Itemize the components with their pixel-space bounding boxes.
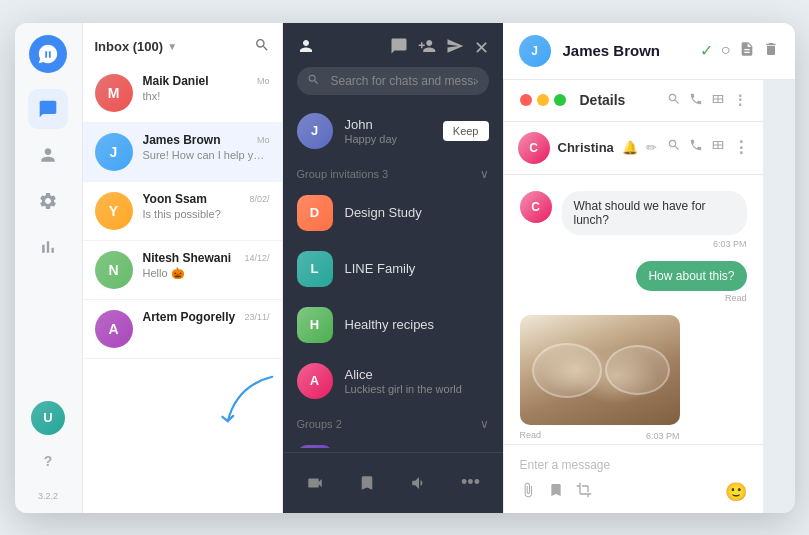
chat-info-yoon: Yoon Ssam 8/02/ Is this possible? bbox=[143, 192, 270, 220]
contact-item-yoga-club[interactable]: Y Yoga club bbox=[283, 435, 503, 448]
version-label: 3.2.2 bbox=[38, 491, 58, 501]
contact-avatar-john: J bbox=[297, 113, 333, 149]
trash-icon[interactable] bbox=[763, 41, 779, 61]
main-header: J James Brown ✓ ○ bbox=[503, 23, 795, 80]
volume-icon[interactable] bbox=[401, 465, 437, 501]
details-header: Details bbox=[504, 80, 763, 122]
attachment-icon[interactable] bbox=[520, 482, 536, 502]
details-phone-icon[interactable] bbox=[689, 92, 703, 109]
message-content-image: Read 6:03 PM bbox=[520, 315, 680, 441]
contacts-search-input[interactable] bbox=[297, 67, 489, 95]
msg-time-1: 6:03 PM bbox=[562, 239, 747, 249]
msg-avatar-christina: C bbox=[520, 191, 552, 223]
crop-icon[interactable] bbox=[576, 482, 592, 502]
groups-chevron-icon[interactable]: ∨ bbox=[480, 417, 489, 431]
chat-avatar-james: J bbox=[95, 133, 133, 171]
panel-close-icon[interactable]: ✕ bbox=[474, 37, 489, 59]
image-meta: Read 6:03 PM bbox=[520, 427, 680, 441]
message-row-received-1: C What should we have for lunch? 6:03 PM bbox=[520, 191, 747, 249]
contact-item-john[interactable]: J John Happy day Keep bbox=[283, 103, 503, 159]
app-container: U ? 3.2.2 Inbox (100) ▼ M Maik Daniel bbox=[15, 23, 795, 513]
chat-messages: C What should we have for lunch? 6:03 PM bbox=[504, 175, 763, 444]
details-header-icons: ⋮ bbox=[667, 138, 749, 157]
bookmark-input-icon[interactable] bbox=[548, 482, 564, 502]
emoji-button[interactable]: 🙂 bbox=[725, 481, 747, 503]
details-title: Details bbox=[580, 92, 626, 108]
window-buttons bbox=[520, 94, 566, 106]
search-icon bbox=[307, 73, 320, 89]
bookmark-icon[interactable] bbox=[349, 465, 385, 501]
maximize-window-btn[interactable] bbox=[554, 94, 566, 106]
check-icon: ✓ bbox=[700, 41, 713, 61]
plate-1 bbox=[532, 343, 602, 398]
minimize-window-btn[interactable] bbox=[537, 94, 549, 106]
user-avatar[interactable]: U bbox=[31, 401, 65, 435]
message-bubble-1: What should we have for lunch? bbox=[562, 191, 747, 235]
search-button[interactable] bbox=[254, 37, 270, 56]
contacts-search-wrapper: › bbox=[297, 67, 489, 95]
inbox-label: Inbox (100) ▼ bbox=[95, 39, 178, 54]
right-section: J James Brown ✓ ○ bbox=[503, 23, 795, 513]
chat-nav-icon[interactable] bbox=[28, 89, 68, 129]
group-chevron-icon[interactable]: ∨ bbox=[480, 167, 489, 181]
stats-nav-icon[interactable] bbox=[28, 227, 68, 267]
icon-bar-bottom: U ? 3.2.2 bbox=[28, 401, 68, 501]
message-row-image: Read 6:03 PM bbox=[520, 315, 747, 441]
chat-item-maik[interactable]: M Maik Daniel Mo thx! bbox=[83, 64, 282, 123]
contact-avatar-healthy: H bbox=[297, 307, 333, 343]
contact-item-design-study[interactable]: D Design Study bbox=[283, 185, 503, 241]
main-header-left: J James Brown bbox=[519, 35, 661, 67]
settings-nav-icon[interactable] bbox=[28, 181, 68, 221]
detail-phone-icon[interactable] bbox=[689, 138, 703, 157]
contact-info-alice: Alice Luckiest girl in the world bbox=[345, 367, 462, 395]
help-icon[interactable]: ? bbox=[28, 441, 68, 481]
plate-2 bbox=[605, 345, 670, 395]
details-panel: Details bbox=[503, 80, 763, 513]
contacts-panel: ✕ › J John Happy day Keep bbox=[283, 23, 503, 513]
contacts-nav-icon[interactable] bbox=[28, 135, 68, 175]
group-invitations-header: Group invitations 3 ∨ bbox=[283, 159, 503, 185]
christina-header: C Christina 🔔 ✏ bbox=[504, 122, 763, 175]
more-options-icon[interactable]: ••• bbox=[453, 465, 489, 501]
chat-item-nitesh[interactable]: N Nitesh Shewani 14/12/ Hello 🎃 bbox=[83, 241, 282, 300]
details-layout-icon[interactable] bbox=[711, 92, 725, 109]
message-content-1: What should we have for lunch? 6:03 PM bbox=[562, 191, 747, 249]
chat-item-yoon[interactable]: Y Yoon Ssam 8/02/ Is this possible? bbox=[83, 182, 282, 241]
contact-item-alice[interactable]: A Alice Luckiest girl in the world bbox=[283, 353, 503, 409]
chat-input-actions: 🙂 bbox=[520, 481, 747, 503]
dark-nav-bottom: ••• bbox=[283, 452, 503, 513]
james-brown-name: James Brown bbox=[563, 42, 661, 59]
chat-info-maik: Maik Daniel Mo thx! bbox=[143, 74, 270, 102]
contact-info-healthy: Healthy recipes bbox=[345, 317, 435, 332]
detail-layout-icon[interactable] bbox=[711, 138, 725, 157]
chat-info-nitesh: Nitesh Shewani 14/12/ Hello 🎃 bbox=[143, 251, 270, 280]
keep-button[interactable]: Keep bbox=[443, 121, 489, 141]
contact-avatar-design: D bbox=[297, 195, 333, 231]
chevron-down-icon: ▼ bbox=[167, 41, 177, 52]
contact-item-line-family[interactable]: L LINE Family bbox=[283, 241, 503, 297]
chat-avatar-nitesh: N bbox=[95, 251, 133, 289]
panel-chat-icon[interactable] bbox=[390, 37, 408, 59]
details-search-icon[interactable] bbox=[667, 92, 681, 109]
contacts-panel-user-icon[interactable] bbox=[297, 37, 315, 58]
chat-info-artem: Artem Pogorelly 23/11/ bbox=[143, 310, 270, 326]
contact-info-design: Design Study bbox=[345, 205, 422, 220]
detail-search-icon[interactable] bbox=[667, 138, 681, 157]
message-input[interactable] bbox=[520, 458, 747, 472]
panel-send-icon[interactable] bbox=[446, 37, 464, 59]
chat-item-artem[interactable]: A Artem Pogorelly 23/11/ bbox=[83, 300, 282, 359]
notification-bell-icon: 🔔 bbox=[622, 140, 638, 155]
detail-more-icon[interactable]: ⋮ bbox=[733, 138, 749, 157]
edit-icon[interactable]: ✏ bbox=[646, 140, 657, 155]
close-window-btn[interactable] bbox=[520, 94, 532, 106]
panel-add-contact-icon[interactable] bbox=[418, 37, 436, 59]
contact-item-healthy-recipes[interactable]: H Healthy recipes bbox=[283, 297, 503, 353]
chat-item-james[interactable]: J James Brown Mo Sure! How can I help yo… bbox=[83, 123, 282, 182]
search-close-icon: › bbox=[475, 75, 479, 87]
video-call-icon[interactable] bbox=[297, 465, 333, 501]
contact-info-john: John Happy day bbox=[345, 117, 431, 145]
chat-avatar-yoon: Y bbox=[95, 192, 133, 230]
details-more-icon[interactable]: ⋮ bbox=[733, 92, 747, 109]
message-bubble-sent-1: How about this? bbox=[636, 261, 746, 291]
chat-input-area: 🙂 bbox=[504, 444, 763, 513]
